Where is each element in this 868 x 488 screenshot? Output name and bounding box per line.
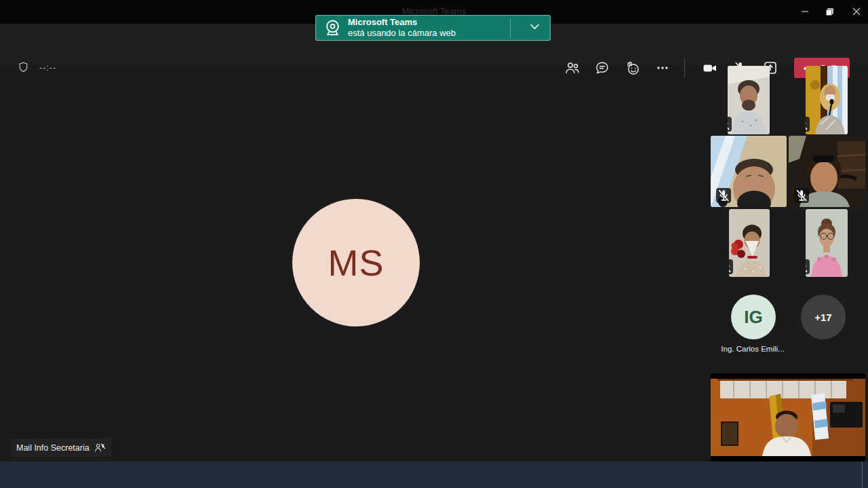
windows-taskbar (0, 462, 868, 488)
overflow-count: +17 (814, 312, 831, 323)
muted-badge (716, 188, 731, 203)
main-speaker-initials: MS (328, 242, 384, 284)
restore-button[interactable] (818, 0, 841, 23)
main-speaker-avatar: MS (292, 199, 420, 326)
participant-video (729, 209, 770, 277)
minimize-icon (801, 7, 809, 16)
spotlight-participant-tile[interactable] (711, 373, 865, 462)
participant-tile[interactable] (789, 136, 865, 207)
close-icon (852, 7, 861, 16)
participant-tile[interactable] (728, 66, 770, 134)
banner-text: Microsoft Teams está usando la cámara we… (348, 17, 456, 39)
participants-button[interactable] (560, 56, 585, 80)
main-speaker-name-pill: Mail Info Secretaria (11, 438, 111, 457)
muted-badge (806, 117, 810, 132)
camera-on-icon (701, 60, 718, 77)
mic-off-icon (728, 117, 732, 132)
mic-disabled-person-icon (94, 443, 106, 453)
more-options-icon (654, 60, 671, 76)
webcam-icon (323, 19, 342, 37)
toolbar-divider (684, 58, 685, 77)
mic-off-icon (716, 188, 731, 203)
overflow-participants-badge[interactable]: +17 (801, 295, 846, 339)
muted-badge (729, 259, 733, 274)
camera-toggle-button[interactable] (697, 56, 722, 80)
minimize-button[interactable] (793, 0, 816, 23)
participant-tile[interactable] (806, 209, 848, 277)
participant-tile[interactable] (711, 136, 787, 207)
muted-badge (806, 259, 810, 274)
banner-divider (510, 19, 511, 38)
banner-app-name: Microsoft Teams (348, 17, 456, 28)
muted-badge (728, 117, 732, 132)
participant-tile[interactable] (729, 209, 770, 277)
participants-icon (564, 60, 580, 76)
restore-icon (825, 7, 834, 16)
chat-button[interactable] (590, 56, 614, 80)
meeting-timer: --:-- (39, 63, 56, 73)
participant-video (806, 209, 848, 277)
participant-video (728, 66, 770, 134)
camera-usage-banner[interactable]: Microsoft Teams está usando la cámara we… (315, 15, 551, 41)
close-button[interactable] (845, 0, 868, 23)
spotlight-video (711, 373, 865, 462)
mic-off-icon (729, 259, 733, 274)
participant-avatar[interactable]: IG (731, 295, 776, 339)
banner-message: está usando la cámara web (348, 28, 456, 39)
main-speaker-name: Mail Info Secretaria (16, 443, 90, 453)
security-shield-icon (18, 60, 29, 74)
raise-hand-reactions-icon (624, 60, 641, 77)
reactions-button[interactable] (620, 56, 644, 80)
participant-tile[interactable] (806, 66, 848, 134)
mic-off-icon (806, 117, 810, 132)
chat-icon (594, 60, 610, 76)
show-desktop-button[interactable] (862, 462, 863, 488)
participant-initials: IG (744, 307, 762, 328)
more-options-button[interactable] (650, 56, 675, 80)
participant-video (806, 66, 848, 134)
chevron-down-icon (530, 24, 539, 30)
banner-expand-button[interactable] (530, 24, 539, 30)
teams-meeting-window: Microsoft Teams Microsoft Teams está usa… (0, 0, 868, 488)
muted-badge (794, 188, 809, 203)
participant-name-label: Ing. Carlos Emili... (705, 345, 800, 353)
mic-off-icon (806, 259, 810, 274)
mic-off-icon (794, 188, 809, 203)
